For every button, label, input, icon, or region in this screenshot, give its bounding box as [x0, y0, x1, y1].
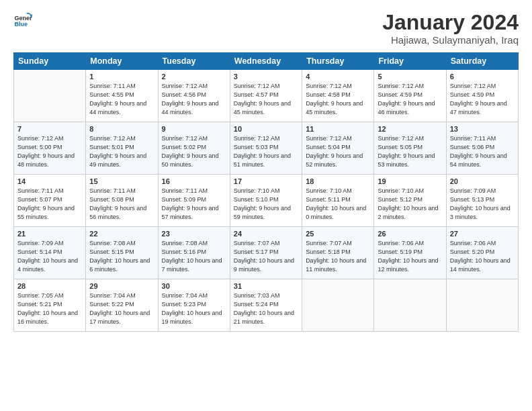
day-number: 2: [162, 73, 226, 81]
table-row: 4 Sunrise: 7:12 AMSunset: 4:58 PMDayligh…: [302, 70, 374, 122]
cell-content: Sunrise: 7:12 AMSunset: 5:00 PMDaylight:…: [17, 134, 82, 169]
cell-content: Sunrise: 7:08 AMSunset: 5:16 PMDaylight:…: [162, 239, 226, 274]
header: General Blue January 2024 Hajiawa, Sulay…: [13, 11, 519, 46]
cell-content: Sunrise: 7:12 AMSunset: 4:56 PMDaylight:…: [162, 82, 226, 117]
day-number: 10: [234, 125, 298, 133]
table-row: 18 Sunrise: 7:10 AMSunset: 5:11 PMDaylig…: [302, 175, 374, 227]
cell-content: Sunrise: 7:12 AMSunset: 4:57 PMDaylight:…: [234, 82, 298, 117]
day-number: 11: [306, 125, 370, 133]
header-monday: Monday: [86, 53, 158, 70]
cell-content: Sunrise: 7:09 AMSunset: 5:13 PMDaylight:…: [450, 187, 515, 222]
table-row: 30 Sunrise: 7:04 AMSunset: 5:23 PMDaylig…: [158, 279, 230, 332]
cell-content: Sunrise: 7:10 AMSunset: 5:12 PMDaylight:…: [378, 187, 442, 222]
cell-content: Sunrise: 7:07 AMSunset: 5:18 PMDaylight:…: [306, 239, 370, 274]
cell-content: Sunrise: 7:12 AMSunset: 5:02 PMDaylight:…: [162, 134, 226, 169]
calendar-week-row: 1 Sunrise: 7:11 AMSunset: 4:55 PMDayligh…: [14, 70, 519, 122]
table-row: 3 Sunrise: 7:12 AMSunset: 4:57 PMDayligh…: [230, 70, 302, 122]
table-row: 2 Sunrise: 7:12 AMSunset: 4:56 PMDayligh…: [158, 70, 230, 122]
cell-content: Sunrise: 7:04 AMSunset: 5:23 PMDaylight:…: [162, 291, 226, 326]
day-number: 7: [17, 125, 82, 133]
calendar-header-row: Sunday Monday Tuesday Wednesday Thursday…: [14, 53, 519, 70]
cell-content: Sunrise: 7:06 AMSunset: 5:19 PMDaylight:…: [378, 239, 442, 274]
day-number: 29: [89, 282, 154, 290]
cell-content: Sunrise: 7:11 AMSunset: 5:09 PMDaylight:…: [162, 187, 226, 222]
table-row: [374, 279, 446, 332]
header-wednesday: Wednesday: [230, 53, 302, 70]
cell-content: Sunrise: 7:12 AMSunset: 4:59 PMDaylight:…: [378, 82, 442, 117]
day-number: 26: [378, 230, 442, 238]
day-number: 13: [450, 125, 515, 133]
day-number: 28: [17, 282, 82, 290]
cell-content: Sunrise: 7:12 AMSunset: 4:59 PMDaylight:…: [450, 82, 515, 117]
table-row: 17 Sunrise: 7:10 AMSunset: 5:10 PMDaylig…: [230, 175, 302, 227]
table-row: 22 Sunrise: 7:08 AMSunset: 5:15 PMDaylig…: [86, 227, 158, 279]
cell-content: Sunrise: 7:06 AMSunset: 5:20 PMDaylight:…: [450, 239, 515, 274]
table-row: 8 Sunrise: 7:12 AMSunset: 5:01 PMDayligh…: [86, 122, 158, 175]
day-number: 22: [89, 230, 154, 238]
calendar-week-row: 7 Sunrise: 7:12 AMSunset: 5:00 PMDayligh…: [14, 122, 519, 175]
calendar-week-row: 14 Sunrise: 7:11 AMSunset: 5:07 PMDaylig…: [14, 175, 519, 227]
header-saturday: Saturday: [446, 53, 518, 70]
day-number: 21: [17, 230, 82, 238]
cell-content: Sunrise: 7:03 AMSunset: 5:24 PMDaylight:…: [234, 291, 298, 326]
table-row: 15 Sunrise: 7:11 AMSunset: 5:08 PMDaylig…: [86, 175, 158, 227]
day-number: 12: [378, 125, 442, 133]
table-row: 6 Sunrise: 7:12 AMSunset: 4:59 PMDayligh…: [446, 70, 518, 122]
cell-content: Sunrise: 7:12 AMSunset: 5:04 PMDaylight:…: [306, 134, 370, 169]
day-number: 27: [450, 230, 515, 238]
cell-content: Sunrise: 7:09 AMSunset: 5:14 PMDaylight:…: [17, 239, 82, 274]
table-row: 1 Sunrise: 7:11 AMSunset: 4:55 PMDayligh…: [86, 70, 158, 122]
table-row: 11 Sunrise: 7:12 AMSunset: 5:04 PMDaylig…: [302, 122, 374, 175]
table-row: 31 Sunrise: 7:03 AMSunset: 5:24 PMDaylig…: [230, 279, 302, 332]
svg-text:Blue: Blue: [14, 21, 28, 28]
cell-content: Sunrise: 7:11 AMSunset: 5:08 PMDaylight:…: [89, 187, 154, 222]
table-row: 29 Sunrise: 7:04 AMSunset: 5:22 PMDaylig…: [86, 279, 158, 332]
table-row: 26 Sunrise: 7:06 AMSunset: 5:19 PMDaylig…: [374, 227, 446, 279]
day-number: 4: [306, 73, 370, 81]
table-row: 5 Sunrise: 7:12 AMSunset: 4:59 PMDayligh…: [374, 70, 446, 122]
header-thursday: Thursday: [302, 53, 374, 70]
table-row: 14 Sunrise: 7:11 AMSunset: 5:07 PMDaylig…: [14, 175, 86, 227]
day-number: 24: [234, 230, 298, 238]
header-sunday: Sunday: [14, 53, 86, 70]
cell-content: Sunrise: 7:08 AMSunset: 5:15 PMDaylight:…: [89, 239, 154, 274]
cell-content: Sunrise: 7:11 AMSunset: 5:07 PMDaylight:…: [17, 187, 82, 222]
day-number: 1: [89, 73, 154, 81]
day-number: 18: [306, 177, 370, 185]
table-row: 28 Sunrise: 7:05 AMSunset: 5:21 PMDaylig…: [14, 279, 86, 332]
cell-content: Sunrise: 7:11 AMSunset: 4:55 PMDaylight:…: [89, 82, 154, 117]
day-number: 25: [306, 230, 370, 238]
table-row: 24 Sunrise: 7:07 AMSunset: 5:17 PMDaylig…: [230, 227, 302, 279]
day-number: 6: [450, 73, 515, 81]
table-row: 13 Sunrise: 7:11 AMSunset: 5:06 PMDaylig…: [446, 122, 518, 175]
day-number: 17: [234, 177, 298, 185]
calendar-table: Sunday Monday Tuesday Wednesday Thursday…: [13, 52, 519, 332]
page-subtitle: Hajiawa, Sulaymaniyah, Iraq: [382, 34, 519, 46]
day-number: 31: [234, 282, 298, 290]
cell-content: Sunrise: 7:05 AMSunset: 5:21 PMDaylight:…: [17, 291, 82, 326]
calendar-week-row: 21 Sunrise: 7:09 AMSunset: 5:14 PMDaylig…: [14, 227, 519, 279]
day-number: 14: [17, 177, 82, 185]
day-number: 16: [162, 177, 226, 185]
day-number: 19: [378, 177, 442, 185]
cell-content: Sunrise: 7:12 AMSunset: 5:05 PMDaylight:…: [378, 134, 442, 169]
table-row: 25 Sunrise: 7:07 AMSunset: 5:18 PMDaylig…: [302, 227, 374, 279]
table-row: 9 Sunrise: 7:12 AMSunset: 5:02 PMDayligh…: [158, 122, 230, 175]
day-number: 30: [162, 282, 226, 290]
day-number: 9: [162, 125, 226, 133]
header-friday: Friday: [374, 53, 446, 70]
title-block: January 2024 Hajiawa, Sulaymaniyah, Iraq: [382, 11, 519, 46]
day-number: 5: [378, 73, 442, 81]
day-number: 15: [89, 177, 154, 185]
table-row: [302, 279, 374, 332]
table-row: 16 Sunrise: 7:11 AMSunset: 5:09 PMDaylig…: [158, 175, 230, 227]
table-row: 7 Sunrise: 7:12 AMSunset: 5:00 PMDayligh…: [14, 122, 86, 175]
table-row: [446, 279, 518, 332]
table-row: 19 Sunrise: 7:10 AMSunset: 5:12 PMDaylig…: [374, 175, 446, 227]
table-row: 27 Sunrise: 7:06 AMSunset: 5:20 PMDaylig…: [446, 227, 518, 279]
logo: General Blue: [13, 11, 32, 30]
day-number: 8: [89, 125, 154, 133]
cell-content: Sunrise: 7:07 AMSunset: 5:17 PMDaylight:…: [234, 239, 298, 274]
table-row: 10 Sunrise: 7:12 AMSunset: 5:03 PMDaylig…: [230, 122, 302, 175]
cell-content: Sunrise: 7:12 AMSunset: 4:58 PMDaylight:…: [306, 82, 370, 117]
